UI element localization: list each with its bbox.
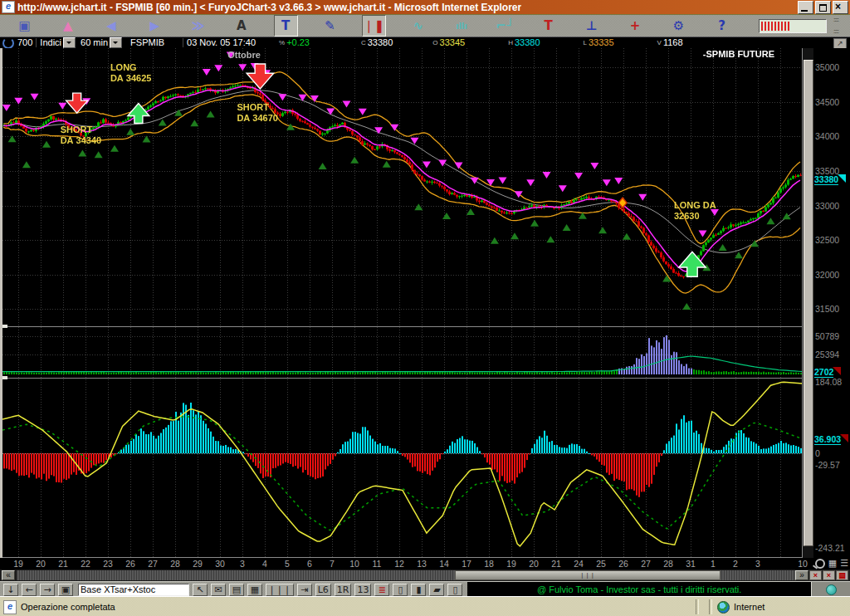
upload-arrow-icon: ▲ xyxy=(63,18,73,33)
browser-window: e http://www.jchart.it - FSPMIB [60 min.… xyxy=(0,0,850,616)
line-view-button[interactable]: ∿ xyxy=(407,16,429,36)
volume-tick: 25394 xyxy=(815,350,839,359)
vol-unit-label: V xyxy=(657,37,662,48)
wrench-button[interactable]: ⚙ xyxy=(667,16,690,36)
minimize-button[interactable] xyxy=(798,1,813,14)
applet-bottom-bar: ↓←→▣ ↖✉▤▦❘❘❘⇥L61R13≣▯▮▰▯ @ Fulvio Toma -… xyxy=(0,581,850,597)
scale-13-button[interactable]: 13 xyxy=(354,584,371,596)
marker-bottom-button[interactable]: ⊥ xyxy=(580,16,603,36)
x-axis-day-label: 14 xyxy=(437,559,452,569)
text-tool-button[interactable]: T xyxy=(274,15,298,37)
marker-top-button[interactable]: T xyxy=(537,16,559,36)
grid-icon[interactable]: ▦ xyxy=(828,558,837,569)
interval-dropdown-button[interactable] xyxy=(110,37,122,48)
y-axis-labels: ∕ %S ⌂ 350003450034000335003300032500320… xyxy=(813,48,850,558)
x-axis-day-label: 28 xyxy=(168,559,183,569)
window-tool-button[interactable]: ▤ xyxy=(229,584,244,596)
price-tick: 33000 xyxy=(815,201,839,211)
upload-arrow-button[interactable]: ▲ xyxy=(56,16,79,36)
annotation-a-button[interactable]: A xyxy=(230,16,252,36)
category-select-value[interactable]: Indici xyxy=(40,37,61,48)
x-axis-day-label: 4 xyxy=(257,559,272,569)
x-axis-day-label: 30 xyxy=(212,559,227,569)
interval-select-value[interactable]: 60 min xyxy=(81,37,108,48)
back-arrow-button[interactable]: ← xyxy=(22,584,37,596)
help-button[interactable]: ? xyxy=(711,16,733,36)
layout-3-button[interactable]: ▰ xyxy=(429,584,444,596)
restore-button[interactable] xyxy=(815,1,831,14)
x-axis-day-label: 5 xyxy=(280,559,295,569)
copyright-bar: @ Fulvio Toma - Investor sas - tutti i d… xyxy=(467,582,811,597)
x-axis-day-label: 23 xyxy=(100,559,115,569)
crosshair-icon: + xyxy=(630,18,641,33)
horizontal-scrollbar[interactable]: « | | | » ××▤ xyxy=(0,570,850,581)
vertical-scrollbar[interactable] xyxy=(803,48,813,558)
ie-logo-icon: e xyxy=(2,1,15,13)
forward-arrow-button[interactable]: → xyxy=(40,584,55,596)
volume-value: 1168 xyxy=(663,37,683,48)
vlines-toggle-button[interactable]: ❘❘❘ xyxy=(266,584,294,596)
price-chart-canvas[interactable] xyxy=(2,48,803,558)
export-button[interactable]: ⇥ xyxy=(297,584,312,596)
scale-1r-button[interactable]: 1R xyxy=(335,584,352,596)
bars-view-button[interactable]: ıllı xyxy=(451,16,473,36)
close-box-2-icon[interactable]: × xyxy=(823,570,835,580)
status-text: Operazione completata xyxy=(21,602,115,612)
save-button[interactable]: ↓ xyxy=(3,584,18,596)
last-oscillator-tag: 36.903 xyxy=(814,434,841,445)
next-arrow-button[interactable]: ▶ xyxy=(144,16,166,36)
step-view-button[interactable]: ⌐┘ xyxy=(494,16,516,36)
page-id: 700 xyxy=(17,37,32,48)
palette-button[interactable]: ≣ xyxy=(374,584,389,596)
x-axis-day-label: 27 xyxy=(638,559,653,569)
oscillator-tick: -243.21 xyxy=(815,543,845,553)
vertical-scrollbar-thumb[interactable] xyxy=(804,60,813,546)
draw-tool-button[interactable]: ✎ xyxy=(319,16,341,36)
price-tick: 32500 xyxy=(815,235,839,245)
menu-icon[interactable]: ☰ xyxy=(840,558,848,569)
marker-top-icon: T xyxy=(545,18,553,33)
progress-meter xyxy=(759,19,827,33)
chart-window-button[interactable]: ▣ xyxy=(13,16,36,36)
x-axis-day-label: 26 xyxy=(123,559,138,569)
layout-4-button[interactable]: ▯ xyxy=(447,584,462,596)
grid-toggle-button[interactable]: ▦ xyxy=(247,584,262,596)
x-axis-day-label: 3 xyxy=(235,559,250,569)
x-axis-day-label: 24 xyxy=(571,559,586,569)
scroll-left-button[interactable]: « xyxy=(2,570,15,580)
text-tool-icon: T xyxy=(281,18,290,33)
close-value: 33380 xyxy=(368,37,393,48)
title-bar: e http://www.jchart.it - FSPMIB [60 min.… xyxy=(0,0,850,14)
preset-name-input[interactable] xyxy=(78,584,189,596)
pointer-tool-button[interactable]: ↖ xyxy=(193,584,208,596)
high-unit-label: H xyxy=(508,37,513,48)
image-tool-button[interactable]: ✉ xyxy=(211,584,226,596)
close-button[interactable]: × xyxy=(833,1,848,14)
snapshot-button[interactable]: ▣ xyxy=(58,584,73,596)
datetime-label: 03 Nov. 05 17:40 xyxy=(187,37,256,48)
restore-icon xyxy=(819,4,827,12)
layout-1-button[interactable]: ▯ xyxy=(393,584,408,596)
x-axis-day-label: 19 xyxy=(504,559,519,569)
status-bar: e Operazione completata Internet xyxy=(0,596,850,616)
globe-icon xyxy=(826,584,837,595)
window-title: http://www.jchart.it - FSPMIB [60 min.] … xyxy=(17,2,521,13)
close-box-icon[interactable]: × xyxy=(809,570,822,580)
zoom-icon[interactable] xyxy=(815,559,825,569)
fast-forward-button[interactable]: ≫ xyxy=(187,16,209,36)
toolbar-dashes: = = xyxy=(833,14,850,37)
x-axis-day-label: 10 xyxy=(795,559,810,569)
scroll-right-button[interactable]: » xyxy=(795,570,808,580)
candles-view-icon: ❘❚ xyxy=(364,18,384,33)
log-scale-button[interactable]: L6 xyxy=(315,584,331,596)
open-value: 33345 xyxy=(440,37,466,48)
category-dropdown-button[interactable] xyxy=(63,37,76,48)
layout-2-button[interactable]: ▮ xyxy=(411,584,426,596)
annotation-a-icon: A xyxy=(237,18,247,33)
prev-arrow-button[interactable]: ◀ xyxy=(100,16,123,36)
candles-view-button[interactable]: ❘❚ xyxy=(362,15,386,37)
hscroll-thumb[interactable]: | | | xyxy=(455,570,721,580)
change-pct-value: +0.23 xyxy=(286,37,310,48)
print-icon[interactable]: ▤ xyxy=(836,570,848,580)
crosshair-button[interactable]: + xyxy=(624,16,647,36)
